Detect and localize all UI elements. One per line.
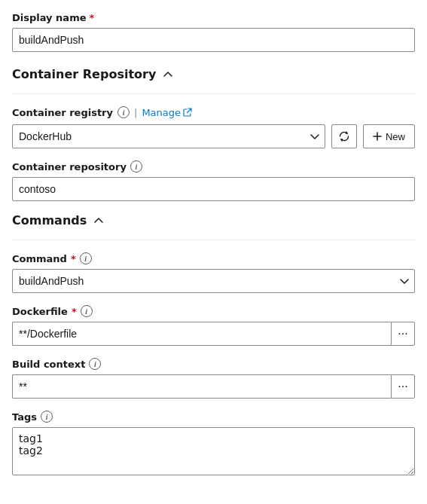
container-repository-title: Container Repository — [12, 67, 156, 81]
tags-field-group: Tags i tag1 tag2 — [12, 411, 415, 478]
new-button-label: New — [386, 131, 405, 142]
new-button[interactable]: New — [363, 124, 415, 148]
container-repository-header: Container Repository — [12, 67, 415, 81]
container-registry-info-icon[interactable]: i — [117, 106, 130, 118]
container-registry-group: Container registry i | Manage DockerHub … — [12, 106, 415, 148]
build-context-input[interactable] — [12, 374, 391, 399]
build-context-field-group: Build context i ··· — [12, 358, 415, 399]
command-field-group: Command * i buildAndPush build push logi… — [12, 252, 415, 293]
commands-title: Commands — [12, 213, 87, 228]
build-context-input-row: ··· — [12, 374, 415, 399]
command-label-row: Command * i — [12, 252, 415, 264]
container-repository-info-icon[interactable]: i — [130, 160, 142, 173]
display-name-section: Display name * — [12, 12, 415, 52]
build-context-label: Build context — [12, 359, 85, 370]
dockerfile-label: Dockerfile — [12, 306, 68, 317]
dockerfile-info-icon[interactable]: i — [81, 305, 93, 317]
external-link-icon — [183, 108, 192, 117]
commands-collapse-icon[interactable] — [93, 215, 105, 227]
command-label: Command — [12, 253, 67, 264]
dockerfile-input[interactable] — [12, 322, 391, 346]
container-repository-label-row: Container repository i — [12, 160, 415, 173]
command-required-indicator: * — [71, 253, 76, 264]
build-context-info-icon[interactable]: i — [89, 358, 101, 370]
tags-info-icon[interactable]: i — [41, 411, 53, 423]
container-repository-input[interactable] — [12, 177, 415, 201]
container-repository-collapse-icon[interactable] — [162, 69, 174, 81]
commands-section: Commands Command * i buildAndPush build … — [12, 213, 415, 478]
container-repository-label: Container repository — [12, 161, 127, 173]
build-context-ellipsis-button[interactable]: ··· — [391, 374, 415, 399]
container-registry-select[interactable]: DockerHub Azure Container Registry Other — [12, 124, 325, 148]
container-registry-label-row: Container registry i | Manage — [12, 106, 415, 118]
dockerfile-ellipsis-button[interactable]: ··· — [391, 322, 415, 346]
tags-textarea[interactable]: tag1 tag2 — [12, 427, 415, 475]
container-repository-divider — [12, 93, 415, 94]
pipe-divider: | — [134, 107, 137, 118]
refresh-button[interactable] — [331, 124, 357, 148]
manage-link[interactable]: Manage — [142, 107, 192, 118]
container-registry-select-row: DockerHub Azure Container Registry Other — [12, 124, 415, 148]
container-repository-field-group: Container repository i — [12, 160, 415, 201]
container-repository-section: Container Repository Container registry … — [12, 67, 415, 201]
dockerfile-field-group: Dockerfile * i ··· — [12, 305, 415, 346]
command-info-icon[interactable]: i — [80, 252, 92, 264]
tags-label: Tags — [12, 411, 37, 423]
build-context-label-row: Build context i — [12, 358, 415, 370]
dockerfile-input-row: ··· — [12, 322, 415, 346]
required-indicator: * — [90, 12, 95, 23]
container-registry-label: Container registry — [12, 107, 113, 118]
display-name-label: Display name * — [12, 12, 415, 23]
container-registry-select-wrapper: DockerHub Azure Container Registry Other — [12, 124, 325, 148]
display-name-input[interactable] — [12, 28, 415, 52]
command-select-wrapper: buildAndPush build push login logout — [12, 269, 415, 293]
commands-header: Commands — [12, 213, 415, 228]
command-select[interactable]: buildAndPush build push login logout — [12, 269, 415, 293]
tags-label-row: Tags i — [12, 411, 415, 423]
dockerfile-label-row: Dockerfile * i — [12, 305, 415, 317]
dockerfile-required-indicator: * — [72, 306, 77, 317]
commands-divider — [12, 240, 415, 240]
